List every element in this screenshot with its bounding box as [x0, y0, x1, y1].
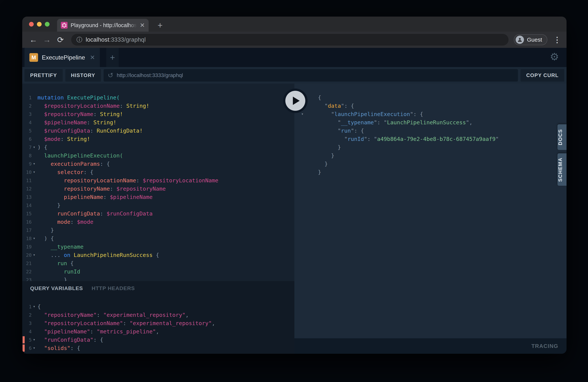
- fold-arrow-icon[interactable]: ▾: [33, 160, 35, 168]
- schema-side-tab[interactable]: SCHEMA: [558, 153, 567, 186]
- site-info-icon[interactable]: ⓘ: [77, 36, 82, 44]
- fold-arrow-icon[interactable]: ▾: [33, 143, 35, 151]
- code-token: [318, 103, 324, 109]
- fold-arrow-icon[interactable]: ▾: [33, 302, 35, 311]
- code-token: ": {: [410, 111, 423, 117]
- new-tab-button[interactable]: +: [155, 20, 165, 30]
- browser-menu-icon[interactable]: ⋮: [553, 35, 561, 44]
- code-line[interactable]: 2 "repositoryName": "experimental_reposi…: [22, 311, 294, 319]
- code-line[interactable]: 7▾ "save_metrics": {: [22, 352, 294, 354]
- endpoint-input[interactable]: ↻ http://localhost:3333/graphql: [104, 69, 518, 82]
- code-line[interactable]: 5 $runConfigData: RunConfigData!: [22, 127, 294, 135]
- profile-button[interactable]: Guest: [514, 34, 547, 45]
- tab-close-icon[interactable]: ✕: [140, 22, 145, 29]
- code-line[interactable]: 4 "pipelineName": "metrics_pipeline",: [22, 327, 294, 336]
- address-bar[interactable]: ⓘ localhost:3333/graphql: [71, 34, 508, 45]
- line-number: 1: [22, 93, 32, 102]
- execute-button-circle: [285, 91, 305, 111]
- code-line[interactable]: "__typename": "LaunchPipelineRunSuccess"…: [294, 118, 567, 127]
- prettify-button[interactable]: PRETTIFY: [24, 69, 63, 82]
- session-close-icon[interactable]: ✕: [90, 54, 95, 61]
- code-line[interactable]: 18▾ ) {: [22, 234, 294, 243]
- code-line[interactable]: 12 repositoryName: $repositoryName: [22, 185, 294, 193]
- code-line[interactable]: "runId": "a49b864a-79e2-4be8-b78c-687457…: [294, 135, 567, 143]
- browser-tab[interactable]: Playground - http://localhost:3 ✕: [57, 19, 148, 32]
- fold-arrow-icon[interactable]: ▾: [33, 336, 35, 344]
- settings-gear-icon[interactable]: ⚙: [550, 52, 559, 62]
- code-line[interactable]: 3 "repositoryLocationName": "experimenta…: [22, 319, 294, 327]
- code-token: runConfigData: [57, 211, 100, 217]
- code-line[interactable]: 15 runConfigData: $runConfigData: [22, 210, 294, 218]
- back-icon[interactable]: ←: [28, 35, 39, 44]
- code-token: $pipelineName: [110, 194, 152, 200]
- code-line[interactable]: }: [294, 151, 567, 160]
- code-line[interactable]: 21 run {: [22, 259, 294, 268]
- fold-arrow-icon[interactable]: ▾: [33, 352, 35, 354]
- code-line[interactable]: 4 $pipelineName: String!: [22, 118, 294, 127]
- code-line[interactable]: 16 mode: $mode: [22, 218, 294, 226]
- code-line[interactable]: 8 launchPipelineExecution(: [22, 151, 294, 160]
- close-window-button[interactable]: [29, 22, 34, 26]
- code-line[interactable]: 11 repositoryLocationName: $repositoryLo…: [22, 176, 294, 185]
- tracing-toggle[interactable]: TRACING: [531, 343, 558, 349]
- query-editor[interactable]: 1mutation ExecutePipeline(2 $repositoryL…: [22, 84, 294, 281]
- url-host: localhost: [86, 36, 109, 43]
- browser-titlebar: Playground - http://localhost:3 ✕ +: [22, 17, 567, 32]
- code-line[interactable]: 10▾ selector: {: [22, 168, 294, 176]
- history-button[interactable]: HISTORY: [65, 69, 101, 82]
- code-line[interactable]: "run": {: [294, 127, 567, 135]
- code-line[interactable]: 22 runId: [22, 268, 294, 276]
- tab-http-headers[interactable]: HTTP HEADERS: [92, 285, 135, 291]
- code-line[interactable]: ▾ "launchPipelineExecution": {: [294, 110, 567, 118]
- fold-arrow-icon[interactable]: ▾: [33, 234, 35, 242]
- code-token: }: [331, 152, 334, 159]
- code-line[interactable]: }: [294, 143, 567, 151]
- code-line[interactable]: 9▾ executionParams: {: [22, 160, 294, 168]
- code-line[interactable]: 7▾) {: [22, 143, 294, 151]
- code-line[interactable]: 6▾ "solids": {: [22, 344, 294, 352]
- code-line[interactable]: 5▾ "runConfigData": {: [22, 336, 294, 344]
- docs-side-tab[interactable]: DOCS: [558, 124, 567, 150]
- code-token: a49b864a-79e2-4be8-b78c-687457a9aaf9: [377, 136, 496, 142]
- code-line[interactable]: 2 $repositoryLocationName: String!: [22, 102, 294, 110]
- code-token: [38, 111, 44, 117]
- code-line[interactable]: }: [294, 168, 567, 176]
- code-line[interactable]: 13 pipelineName: $pipelineName: [22, 193, 294, 201]
- code-line[interactable]: 19 __typename: [22, 243, 294, 251]
- code-line[interactable]: 1▾{: [22, 302, 294, 311]
- code-token: ,: [156, 328, 159, 335]
- response-viewer[interactable]: ▾{▾ "data": {▾ "launchPipelineExecution"…: [294, 84, 567, 338]
- zoom-window-button[interactable]: [45, 22, 49, 26]
- execute-button[interactable]: [283, 88, 308, 113]
- code-line[interactable]: 6 $mode: String!: [22, 135, 294, 143]
- new-session-button[interactable]: +: [106, 48, 119, 67]
- session-tab-executepipeline[interactable]: M ExecutePipeline ✕: [24, 48, 100, 67]
- fold-arrow-icon[interactable]: ▾: [33, 251, 35, 259]
- variables-editor[interactable]: 1▾{2 "repositoryName": "experimental_rep…: [22, 296, 294, 354]
- code-token: [318, 119, 338, 126]
- code-token: [38, 177, 64, 184]
- code-line[interactable]: 3 $repositoryName: String!: [22, 110, 294, 118]
- code-line[interactable]: ▾{: [294, 93, 567, 102]
- line-number: 4: [22, 327, 32, 336]
- reload-icon[interactable]: ⟳: [55, 35, 66, 44]
- code-token: [38, 161, 51, 167]
- code-token: :: [103, 194, 110, 200]
- code-token: :: [97, 312, 103, 318]
- code-line[interactable]: 1mutation ExecutePipeline(: [22, 93, 294, 102]
- tab-query-variables[interactable]: QUERY VARIABLES: [30, 285, 83, 291]
- code-line[interactable]: ▾ "data": {: [294, 102, 567, 110]
- forward-icon[interactable]: →: [42, 35, 52, 44]
- minimize-window-button[interactable]: [37, 22, 42, 26]
- code-line[interactable]: 17 }: [22, 226, 294, 234]
- code-line[interactable]: 23 }: [22, 276, 294, 281]
- fold-arrow-icon[interactable]: ▾: [33, 344, 35, 352]
- code-line[interactable]: 14 }: [22, 201, 294, 210]
- fold-arrow-icon[interactable]: ▾: [33, 168, 35, 176]
- refresh-schema-icon[interactable]: ↻: [108, 71, 113, 79]
- code-line[interactable]: 20▾ ... on LaunchPipelineRunSuccess {: [22, 251, 294, 259]
- code-line[interactable]: }: [294, 160, 567, 168]
- code-token: }: [324, 161, 328, 167]
- line-number: 12: [22, 185, 32, 193]
- copy-curl-button[interactable]: COPY CURL: [521, 69, 564, 82]
